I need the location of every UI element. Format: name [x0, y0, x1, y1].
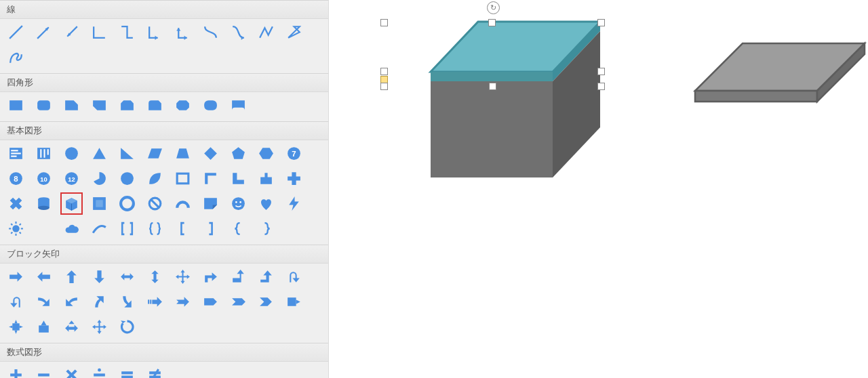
quad-plus-icon[interactable]	[90, 318, 108, 336]
uturn-left-icon[interactable]	[7, 293, 25, 311]
line-icon[interactable]	[7, 23, 25, 41]
badge-10-icon[interactable]: 10	[35, 169, 53, 188]
half-frame-icon[interactable]	[201, 169, 220, 188]
braces-icon[interactable]	[146, 219, 164, 238]
t-shape-icon[interactable]	[257, 169, 275, 188]
handle-ml[interactable]	[380, 68, 388, 75]
badge-12-icon[interactable]: 12	[62, 169, 81, 188]
right-triangle-icon[interactable]	[118, 144, 136, 163]
folded-corner-icon[interactable]	[201, 194, 220, 213]
moon-icon[interactable]	[35, 219, 53, 238]
handle-mr[interactable]	[597, 68, 605, 75]
donut-icon[interactable]	[118, 194, 136, 213]
pie-icon[interactable]	[90, 169, 108, 188]
double-cut-icon[interactable]	[118, 96, 136, 114]
curve-loop-icon[interactable]	[7, 48, 25, 66]
corner-up-icon[interactable]	[257, 268, 275, 286]
bevel-icon[interactable]	[90, 194, 108, 213]
left-right-arrow-icon[interactable]	[118, 268, 136, 286]
pentagon-icon[interactable]	[229, 144, 248, 163]
handle-tm[interactable]	[488, 19, 496, 26]
quad-arrow-icon[interactable]	[174, 268, 192, 286]
right-brace-icon[interactable]	[257, 219, 275, 238]
trapezoid-icon[interactable]	[174, 144, 192, 163]
heart-icon[interactable]	[257, 194, 275, 213]
home-plate-icon[interactable]	[229, 293, 248, 311]
callout-up-icon[interactable]	[35, 318, 53, 336]
connector-s-icon[interactable]	[201, 23, 220, 41]
left-bracket-icon[interactable]	[174, 219, 192, 238]
badge-7-icon[interactable]: 7	[285, 144, 303, 163]
uturn-right-icon[interactable]	[285, 268, 303, 286]
rotate-handle[interactable]: ↻	[487, 1, 500, 14]
connector-l-icon[interactable]	[90, 23, 108, 41]
line-arrow-icon[interactable]	[35, 23, 53, 41]
left-arrow-icon[interactable]	[35, 268, 53, 286]
chevron-icon[interactable]	[257, 293, 275, 311]
plus-shape-icon[interactable]	[285, 169, 303, 188]
connector-l-arrows-icon[interactable]	[174, 23, 192, 41]
scribble-icon[interactable]	[285, 23, 303, 41]
circular-arrow-icon[interactable]	[118, 318, 136, 336]
two-round-icon[interactable]	[229, 96, 248, 114]
ellipse-icon[interactable]	[62, 144, 81, 163]
frame-icon[interactable]	[174, 169, 192, 188]
cylinder-icon[interactable]	[35, 194, 53, 213]
callout-right-icon[interactable]	[285, 293, 303, 311]
left-right-up-icon[interactable]	[62, 318, 81, 336]
bent-arrow-icon[interactable]	[201, 268, 220, 286]
arrow-dl-icon[interactable]	[62, 23, 81, 41]
brackets-icon[interactable]	[118, 219, 136, 238]
down-arrow-icon[interactable]	[90, 268, 108, 286]
sun-icon[interactable]	[7, 219, 25, 238]
smiley-icon[interactable]	[229, 194, 248, 213]
single-cut-icon[interactable]	[90, 96, 108, 114]
textbox-icon[interactable]	[7, 144, 25, 163]
eq-notequal-icon[interactable]	[146, 366, 164, 378]
striped-right-icon[interactable]	[146, 293, 164, 311]
corner-right-icon[interactable]	[229, 268, 248, 286]
sheet-icon[interactable]	[62, 96, 81, 114]
handle-tl[interactable]	[380, 19, 388, 26]
up-down-arrow-icon[interactable]	[146, 268, 164, 286]
curved-right-icon[interactable]	[35, 293, 53, 311]
notched-right-icon[interactable]	[174, 293, 192, 311]
handle-bl[interactable]	[380, 83, 388, 90]
snip-round-icon[interactable]	[146, 96, 164, 114]
left-brace-icon[interactable]	[229, 219, 248, 238]
eq-plus-icon[interactable]	[7, 366, 25, 378]
eq-minus-icon[interactable]	[35, 366, 53, 378]
lightning-icon[interactable]	[285, 194, 303, 213]
connector-l2-icon[interactable]	[118, 23, 136, 41]
diamond-icon[interactable]	[201, 144, 220, 163]
handle-tr[interactable]	[597, 19, 605, 26]
connector-s2-icon[interactable]	[229, 23, 248, 41]
rect-icon[interactable]	[7, 96, 25, 114]
round-all-icon[interactable]	[201, 96, 220, 114]
selected-cube-shape[interactable]	[383, 19, 600, 182]
up-arrow-icon[interactable]	[62, 268, 81, 286]
eq-equals-icon[interactable]	[118, 366, 136, 378]
vtext-icon[interactable]	[35, 144, 53, 163]
l-shape-icon[interactable]	[229, 169, 248, 188]
parallelogram-icon[interactable]	[146, 144, 164, 163]
round-rect-icon[interactable]	[35, 96, 53, 114]
swoosh-icon[interactable]	[90, 219, 108, 238]
handle-mrc[interactable]	[489, 83, 496, 90]
right-arrow-icon[interactable]	[7, 268, 25, 286]
tab-right-icon[interactable]	[201, 293, 220, 311]
eq-multiply-icon[interactable]	[62, 366, 81, 378]
leaf-icon[interactable]	[146, 169, 164, 188]
curved-up-icon[interactable]	[90, 293, 108, 311]
grey-slab-shape[interactable]	[648, 41, 865, 108]
canvas[interactable]: ↻	[329, 0, 868, 378]
handle-br[interactable]	[597, 83, 605, 90]
callout-quad-icon[interactable]	[7, 318, 25, 336]
right-bracket-icon[interactable]	[201, 219, 220, 238]
triangle-icon[interactable]	[90, 144, 108, 163]
hexagon-icon[interactable]	[257, 144, 275, 163]
cloud-icon[interactable]	[62, 219, 81, 238]
connector-l-arrow-icon[interactable]	[146, 23, 164, 41]
teardrop-icon[interactable]	[118, 169, 136, 188]
eq-divide-icon[interactable]	[90, 366, 108, 378]
